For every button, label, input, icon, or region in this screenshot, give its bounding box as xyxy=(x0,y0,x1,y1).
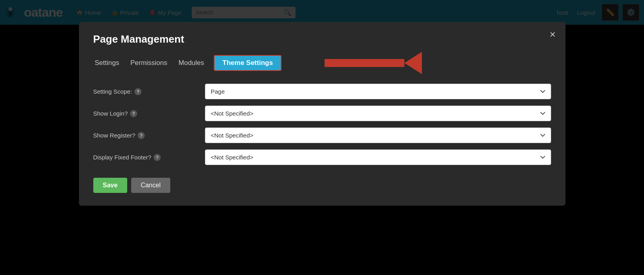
tab-theme-settings[interactable]: Theme Settings xyxy=(214,55,282,71)
tab-modules[interactable]: Modules xyxy=(177,57,206,69)
arrow-body xyxy=(325,59,404,67)
modal-title: Page Management xyxy=(93,33,551,45)
help-icon-show-register[interactable]: ? xyxy=(138,132,145,139)
select-setting-scope[interactable]: Page Site xyxy=(205,84,551,99)
modal-footer: Save Cancel xyxy=(93,178,551,193)
label-show-register: Show Register? ? xyxy=(93,132,205,139)
tab-permissions[interactable]: Permissions xyxy=(129,57,169,69)
label-setting-scope: Setting Scope: ? xyxy=(93,88,205,95)
field-setting-scope: Setting Scope: ? Page Site xyxy=(93,84,551,99)
modal-backdrop: Page Management × Settings Permissions M… xyxy=(0,0,644,275)
field-show-login: Show Login? ? <Not Specified> Yes No xyxy=(93,106,551,121)
arrow-head xyxy=(404,52,422,74)
save-button[interactable]: Save xyxy=(93,178,127,193)
cancel-button[interactable]: Cancel xyxy=(131,178,170,193)
help-icon-setting-scope[interactable]: ? xyxy=(134,88,142,95)
help-icon-show-login[interactable]: ? xyxy=(130,110,137,117)
select-show-register[interactable]: <Not Specified> Yes No xyxy=(205,128,551,143)
label-display-fixed-footer: Display Fixed Footer? ? xyxy=(93,154,205,161)
arrow-annotation xyxy=(325,52,422,74)
close-button[interactable]: × xyxy=(549,29,555,39)
field-show-register: Show Register? ? <Not Specified> Yes No xyxy=(93,128,551,143)
select-show-login[interactable]: <Not Specified> Yes No xyxy=(205,106,551,121)
field-display-fixed-footer: Display Fixed Footer? ? <Not Specified> … xyxy=(93,149,551,165)
label-show-login: Show Login? ? xyxy=(93,110,205,117)
tab-settings[interactable]: Settings xyxy=(93,57,121,69)
page-management-modal: Page Management × Settings Permissions M… xyxy=(79,22,565,206)
help-icon-display-fixed-footer[interactable]: ? xyxy=(154,154,161,161)
select-display-fixed-footer[interactable]: <Not Specified> Yes No xyxy=(205,149,551,165)
modal-tabs: Settings Permissions Modules Theme Setti… xyxy=(93,55,551,71)
